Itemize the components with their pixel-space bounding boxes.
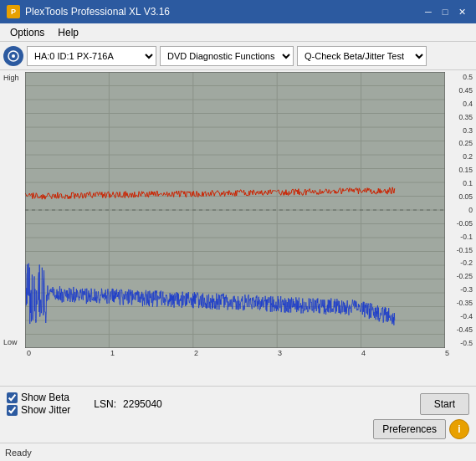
y-left-top: High [3,74,25,82]
toolbar-icon [3,46,23,66]
lsn-label: LSN: [94,398,116,410]
pref-row: Preferences i [7,419,469,439]
checkbox-group: Show Beta Show Jitter [7,392,70,416]
show-beta-checkbox[interactable] [7,392,18,403]
lsn-value: 2295040 [123,398,162,410]
app-icon: P [7,5,20,18]
close-button[interactable]: ✕ [454,4,469,19]
status-bar: Ready [0,443,476,461]
show-jitter-label[interactable]: Show Jitter [7,404,70,416]
test-select[interactable]: Q-Check Beta/Jitter Test [297,46,427,66]
function-select[interactable]: DVD Diagnostic Functions [160,46,294,66]
main-content: Options Help HA:0 ID:1 PX-716A DVD Diagn… [0,23,476,461]
chart-wrapper: High Low 0.5 0.45 0.4 0.35 0.3 0.25 0.2 … [3,72,473,357]
show-jitter-checkbox[interactable] [7,405,18,416]
menu-options[interactable]: Options [3,25,51,40]
start-button[interactable]: Start [420,393,469,415]
show-jitter-text: Show Jitter [21,404,70,416]
y-left-bottom: Low [3,338,25,346]
title-controls: ─ □ ✕ [421,4,469,19]
drive-select[interactable]: HA:0 ID:1 PX-716A [27,46,156,66]
chart-container: High Low 0.5 0.45 0.4 0.35 0.3 0.25 0.2 … [0,70,476,386]
svg-point-1 [12,54,15,58]
chart-canvas [25,72,445,348]
toolbar: HA:0 ID:1 PX-716A DVD Diagnostic Functio… [0,42,476,70]
maximize-button[interactable]: □ [438,4,453,19]
minimize-button[interactable]: ─ [421,4,436,19]
menu-bar: Options Help [0,23,476,42]
menu-help[interactable]: Help [51,25,85,40]
preferences-button[interactable]: Preferences [373,419,446,439]
x-axis: 0 1 2 3 4 5 [3,349,473,357]
title-text: PlexTools Professional XL V3.16 [25,6,421,18]
bottom-panel: Show Beta Show Jitter LSN: 2295040 Start… [0,386,476,443]
info-button[interactable]: i [449,419,469,439]
show-beta-text: Show Beta [21,392,69,403]
status-text: Ready [5,448,32,458]
show-beta-label[interactable]: Show Beta [7,392,70,403]
title-bar: P PlexTools Professional XL V3.16 ─ □ ✕ [0,0,476,23]
bottom-row1: Show Beta Show Jitter LSN: 2295040 Start [7,392,469,416]
